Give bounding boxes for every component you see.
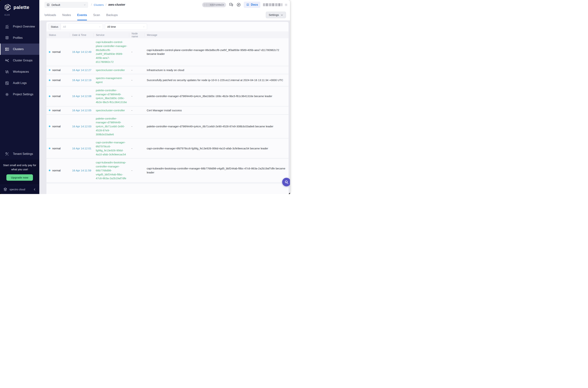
status-cell: normal (46, 169, 70, 172)
search-fab-button[interactable] (282, 178, 290, 186)
sidebar-item-label: Clusters (13, 48, 24, 51)
message-cell: palette-controller-manager-d796f4449-rp4… (144, 124, 289, 128)
chevron-down-icon (281, 14, 283, 16)
logo-text: palette (13, 4, 29, 10)
table-row[interactable]: normal 16 Apr 14:12:19 spectro-managemen… (46, 74, 289, 86)
spectro-cloud-logo-icon (3, 187, 8, 192)
datetime-cell: 16 Apr 14:12:19 (70, 78, 93, 82)
chevron-down-icon (99, 26, 101, 28)
status-text: normal (52, 78, 61, 82)
table-row[interactable]: normal 16 Apr 14:12:08 palette-controlle… (46, 86, 289, 106)
project-name: Default (51, 3, 60, 6)
chat-icon[interactable] (229, 2, 234, 7)
sidebar-item-cluster-groups[interactable]: Cluster Groups (0, 55, 39, 66)
tab-label: Scan (93, 13, 100, 17)
sidebar-item-workspaces[interactable]: Workspaces (0, 66, 39, 77)
status-dot (49, 51, 50, 53)
node-name-cell: - (129, 108, 144, 112)
sidebar-item-clusters[interactable]: Clusters (0, 44, 39, 55)
message-cell: Cert Manager install success (144, 108, 289, 112)
service-cell[interactable]: palette-controller-manager-d796f4449-rp4… (93, 88, 129, 104)
tab-nodes[interactable]: Nodes (62, 9, 71, 20)
upgrade-now-button[interactable]: Upgrade now (6, 174, 33, 181)
service-cell[interactable]: spectrocluster-controller (93, 68, 129, 72)
datetime-cell: 16 Apr 14:12:08 (70, 94, 93, 98)
tab-workloads[interactable]: Workloads (45, 9, 56, 20)
table-row[interactable]: normal 16 Apr 14:12:05 spectrocluster-co… (46, 106, 289, 114)
table-row[interactable]: normal 16 Apr 14:12:27 spectrocluster-co… (46, 66, 289, 74)
sidebar-item-profiles[interactable]: Profiles (0, 32, 39, 44)
service-cell[interactable]: capi-kubeadm-control-plane-controller-ma… (93, 40, 129, 64)
usage-badge: 0.57/100kCh (202, 2, 226, 7)
events-content: Status All All time Status Date & Time S… (39, 20, 290, 194)
screen: palette 4.3.6 Project Overview (0, 0, 294, 194)
sidebar-item-project-overview[interactable]: Project Overview (0, 21, 39, 32)
breadcrumb-clusters-link[interactable]: Clusters (94, 3, 104, 6)
node-name-cell: - (129, 78, 144, 82)
status-text: normal (52, 146, 61, 150)
tab-events[interactable]: Events (77, 9, 87, 20)
status-dot (49, 79, 50, 81)
audit-log-icon (5, 81, 9, 85)
filter-bar: Status All All time (46, 22, 289, 32)
status-cell: normal (46, 124, 70, 128)
service-cell[interactable]: spectro-management-agent (93, 76, 129, 84)
node-name-cell: - (129, 68, 144, 72)
status-filter-label: Status (48, 24, 61, 30)
topbar: Default / Clusters / aws-cluster 0.57/10… (39, 0, 290, 9)
sidebar-nav: Project Overview Profiles (0, 21, 39, 100)
tab-label: Nodes (62, 13, 71, 17)
events-card: Status All All time Status Date & Time S… (46, 22, 289, 194)
docs-label: Docs (251, 3, 258, 6)
service-cell[interactable]: capi-kubeadm-bootstrap-controller-manage… (93, 161, 129, 180)
chevron-down-icon (84, 4, 86, 6)
help-compass-icon[interactable] (236, 2, 241, 7)
table-row[interactable]: normal 16 Apr 14:12:01 capi-controller-m… (46, 138, 289, 158)
layers-icon (5, 36, 9, 40)
sidebar-item-label: Workspaces (13, 70, 29, 73)
datetime-cell: 16 Apr 14:12:03 (70, 124, 93, 128)
project-selector[interactable]: Default (45, 2, 88, 8)
datetime-cell: 16 Apr 14:11:59 (70, 169, 93, 172)
table-row[interactable]: normal 16 Apr 14:11:59 capi-kubeadm-boot… (46, 158, 289, 182)
status-text: normal (52, 68, 61, 72)
sidebar-item-project-settings[interactable]: Project Settings (0, 89, 39, 100)
node-name-cell: - (129, 124, 144, 128)
status-cell: normal (46, 78, 70, 82)
status-filter[interactable]: Status All (48, 24, 103, 30)
service-cell[interactable]: palette-controller-manager-d796f4449-rp4… (93, 117, 129, 136)
service-cell[interactable]: capi-controller-manager-6fd7978cc6-fg99g… (93, 141, 129, 156)
status-cell: normal (46, 68, 70, 72)
sidebar-item-label: Cluster Groups (13, 59, 33, 62)
sidebar-item-audit-logs[interactable]: Audit Logs (0, 77, 39, 89)
status-dot (49, 96, 50, 97)
chevron-down-icon (143, 26, 145, 28)
logo: palette (0, 0, 39, 11)
node-name-cell: - (129, 50, 144, 54)
sidebar-item-label: Audit Logs (13, 81, 27, 85)
docs-button[interactable]: Docs (244, 2, 260, 8)
cluster-settings-button[interactable]: Settings (266, 12, 286, 18)
tools-icon (5, 152, 9, 156)
service-cell[interactable]: spectrocluster-controller (93, 108, 129, 112)
sidebar-item-tenant-settings[interactable]: Tenant Settings (0, 148, 39, 160)
sidebar-spacer (0, 100, 39, 148)
node-name-cell: - (129, 169, 144, 172)
message-cell: Successfully patched os security updates… (144, 78, 289, 82)
usage-value: 0.57/100kCh (210, 3, 224, 6)
palette-logo-icon (4, 4, 11, 11)
status-cell: normal (46, 94, 70, 98)
tab-scan[interactable]: Scan (93, 9, 100, 20)
network-icon (5, 58, 9, 63)
datetime-cell: 16 Apr 14:12:01 (70, 146, 93, 150)
tab-backups[interactable]: Backups (106, 9, 118, 20)
time-filter[interactable]: All time (105, 24, 147, 30)
column-header-status: Status (46, 33, 70, 37)
sidebar-item-label: Project Settings (13, 93, 33, 96)
table-row[interactable]: normal 16 Apr 14:12:03 palette-controlle… (46, 114, 289, 138)
table-row-partial (46, 183, 289, 194)
datetime-cell: 16 Apr 14:12:05 (70, 108, 93, 112)
collapse-sidebar-icon[interactable] (33, 188, 36, 191)
table-row[interactable]: normal 16 Apr 14:12:49 capi-kubeadm-cont… (46, 38, 289, 66)
version-label: 4.3.6 (0, 11, 39, 16)
